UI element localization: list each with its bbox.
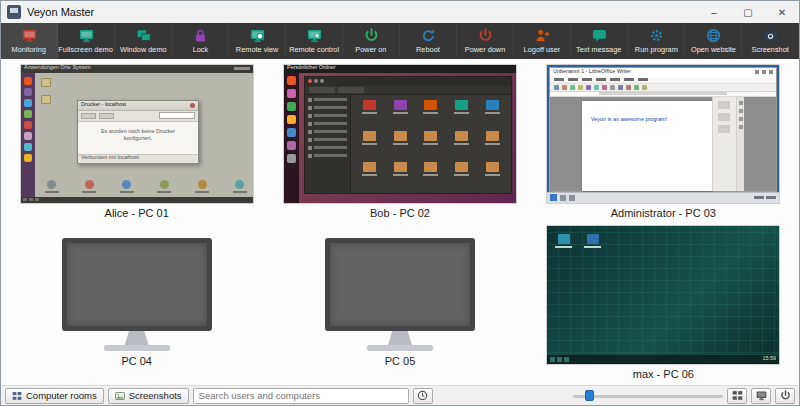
windows-taskbar xyxy=(547,192,779,203)
timer-button[interactable] xyxy=(413,388,433,404)
printer-dialog-window: Drucker - localhost Es wurden noch keine… xyxy=(77,100,199,164)
window-title: Veyon Master xyxy=(27,6,691,18)
computer-cell-pc06: 15:59 max - PC 06 xyxy=(532,222,795,383)
computer-label: PC 05 xyxy=(385,355,416,367)
computer-label: Alice - PC 01 xyxy=(105,207,169,219)
dock xyxy=(21,73,35,203)
file-manager-sidebar xyxy=(305,95,351,193)
text-message-icon xyxy=(592,28,607,43)
clock-icon xyxy=(417,390,428,401)
file-manager-window xyxy=(304,76,512,194)
monitoring-icon xyxy=(22,28,37,43)
computer-label: max - PC 06 xyxy=(633,368,694,380)
kde-taskbar: 15:59 xyxy=(547,354,779,364)
title-bar: Veyon Master – ▢ ✕ xyxy=(1,1,799,23)
toolbar-button-remote-control[interactable]: Remote control xyxy=(286,23,343,59)
veyon-app-icon xyxy=(7,5,21,19)
fullscreen-demo-icon xyxy=(79,28,94,43)
toolbar-button-power-down[interactable]: Power down xyxy=(457,23,514,59)
offline-monitor-icon xyxy=(62,238,212,331)
toolbar-button-monitoring[interactable]: Monitoring xyxy=(1,23,58,59)
screenshot-icon xyxy=(763,28,778,43)
window-demo-icon xyxy=(136,28,151,43)
computer-cell-pc02: Persönlicher Ordner xyxy=(268,61,531,222)
screenshots-button[interactable]: Screenshots xyxy=(108,388,189,404)
computer-thumbnail-bob-pc02[interactable]: Persönlicher Ordner xyxy=(284,65,516,203)
unity-menubar: Persönlicher Ordner xyxy=(284,65,516,73)
close-button[interactable]: ✕ xyxy=(765,1,799,23)
power-icon xyxy=(780,390,791,401)
computer-grid: Anwendungen Orte System Drucker - localh… xyxy=(1,59,799,385)
toolbar-button-lock[interactable]: Lock xyxy=(172,23,229,59)
toolbar-button-text-message[interactable]: Text message xyxy=(571,23,628,59)
minimize-button[interactable]: – xyxy=(697,1,731,23)
document-text: Veyon is an awesome program! xyxy=(591,117,667,123)
maximize-button[interactable]: ▢ xyxy=(731,1,765,23)
computer-cell-pc05: PC 05 xyxy=(268,222,531,383)
computer-label: Administrator - PC 03 xyxy=(611,207,716,219)
remote-view-icon xyxy=(250,28,265,43)
computer-label: Bob - PC 02 xyxy=(370,207,430,219)
powered-on-filter-button[interactable] xyxy=(775,388,795,404)
status-bar: Computer rooms Screenshots xyxy=(1,385,799,405)
thumbnail-size-slider[interactable] xyxy=(573,388,723,404)
computer-rooms-icon xyxy=(12,391,22,401)
toolbar-button-reboot[interactable]: Reboot xyxy=(400,23,457,59)
power-on-icon xyxy=(364,28,379,43)
toolbar-button-screenshot[interactable]: Screenshot xyxy=(742,23,799,59)
toolbar-button-fullscreen-demo[interactable]: Fullscreen demo xyxy=(58,23,115,59)
aspect-ratio-button[interactable] xyxy=(751,388,771,404)
desktop-icon-row xyxy=(45,180,247,193)
computer-rooms-button[interactable]: Computer rooms xyxy=(5,388,104,404)
remote-control-icon xyxy=(307,28,322,43)
toolbar-button-logoff-user[interactable]: Logoff user xyxy=(514,23,571,59)
libreoffice-window: Unbenannt 1 - LibreOffice Writer Veyon i… xyxy=(549,67,777,192)
desktop-icons xyxy=(41,78,51,104)
toolbar-button-power-on[interactable]: Power on xyxy=(343,23,400,59)
feature-toolbar: Monitoring Fullscreen demo Window demo L… xyxy=(1,23,799,59)
computer-thumbnail-max-pc06[interactable]: 15:59 xyxy=(547,226,779,364)
unity-launcher xyxy=(284,73,299,203)
screenshots-icon xyxy=(115,391,125,401)
computer-thumbnail-alice-pc01[interactable]: Anwendungen Orte System Drucker - localh… xyxy=(21,65,253,203)
document-page: Veyon is an awesome program! xyxy=(582,101,712,191)
search-input[interactable] xyxy=(193,388,409,404)
mate-menubar: Anwendungen Orte System xyxy=(21,65,253,73)
computer-cell-pc04: PC 04 xyxy=(5,222,268,383)
computer-cell-pc03: Unbenannt 1 - LibreOffice Writer Veyon i… xyxy=(532,61,795,222)
file-grid xyxy=(351,95,511,193)
monitor-icon xyxy=(756,390,767,401)
toolbar-button-window-demo[interactable]: Window demo xyxy=(115,23,172,59)
computer-thumbnail-administrator-pc03[interactable]: Unbenannt 1 - LibreOffice Writer Veyon i… xyxy=(547,65,779,203)
power-down-icon xyxy=(478,28,493,43)
slider-handle[interactable] xyxy=(585,390,594,401)
computer-offline-pc05[interactable] xyxy=(325,238,475,351)
veyon-master-window: Veyon Master – ▢ ✕ Monitoring Fullscreen… xyxy=(0,0,800,406)
open-website-icon xyxy=(706,28,721,43)
grid-arrangement-button[interactable] xyxy=(727,388,747,404)
reboot-icon xyxy=(421,28,436,43)
lock-icon xyxy=(193,28,208,43)
desktop-icons xyxy=(555,234,601,249)
window-controls: – ▢ ✕ xyxy=(697,1,799,23)
run-program-icon xyxy=(649,28,664,43)
toolbar-button-open-website[interactable]: Open website xyxy=(685,23,742,59)
grid-arrangement-icon xyxy=(732,390,743,401)
libreoffice-sidebar xyxy=(712,97,736,191)
offline-monitor-icon xyxy=(325,238,475,331)
taskbar-clock: 15:59 xyxy=(756,355,776,364)
computer-label: PC 04 xyxy=(121,355,152,367)
toolbar-button-run-program[interactable]: Run program xyxy=(628,23,685,59)
logoff-user-icon xyxy=(535,28,550,43)
taskbar xyxy=(21,197,253,203)
start-button-icon xyxy=(550,194,557,201)
computer-offline-pc04[interactable] xyxy=(62,238,212,351)
toolbar-button-remote-view[interactable]: Remote view xyxy=(229,23,286,59)
computer-cell-pc01: Anwendungen Orte System Drucker - localh… xyxy=(5,61,268,222)
